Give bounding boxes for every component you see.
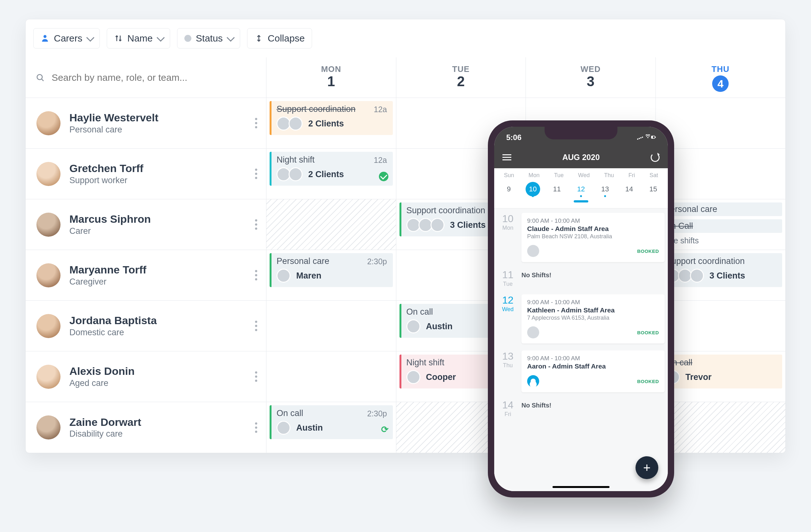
shift-card[interactable]: Night shift 12a 2 Clients	[270, 152, 393, 186]
day-cell[interactable]: Night shift 12a 2 Clients	[266, 149, 396, 199]
shift-body-label: Austin	[426, 322, 453, 331]
more-menu-icon[interactable]	[255, 422, 257, 433]
person-cell[interactable]: Zaine Dorwart Disability care	[26, 402, 266, 453]
refresh-icon[interactable]	[651, 153, 660, 162]
person-cell[interactable]: Jordana Baptista Domestic care	[26, 301, 266, 351]
collapse-button[interactable]: Collapse	[247, 28, 312, 48]
day-cell[interactable]	[266, 199, 396, 250]
avatar	[36, 314, 61, 338]
phone-day-button[interactable]: 14	[622, 182, 637, 196]
shift-title: On call	[666, 358, 777, 367]
filter-carers-label: Carers	[54, 33, 82, 44]
person-cell[interactable]: Gretchen Torff Support worker	[26, 149, 266, 199]
phone-shift-card[interactable]: 9:00 AM - 10:00 AM Claude - Admin Staff …	[521, 213, 664, 262]
shift-card[interactable]: On call 2:30p Austin ⟳	[270, 405, 393, 439]
avatar	[527, 326, 539, 338]
phone-shift-time: 9:00 AM - 10:00 AM	[527, 217, 659, 224]
more-menu-icon[interactable]	[255, 219, 257, 230]
svg-point-4	[640, 137, 642, 138]
filter-status-button[interactable]: Status	[177, 28, 240, 48]
day-cell[interactable]: Support coordination 12a 2 Clients	[266, 98, 396, 149]
more-menu-icon[interactable]	[255, 371, 257, 382]
phone-app-title: AUG 2020	[562, 153, 600, 162]
phone-day-button[interactable]: 13	[598, 182, 612, 196]
chevron-down-icon	[227, 34, 235, 42]
recurring-icon: ⟳	[381, 424, 388, 435]
shift-card[interactable]: Personal care	[659, 202, 782, 216]
phone-day-section: 11TueNo Shifts!	[498, 269, 664, 287]
more-menu-icon[interactable]	[255, 169, 257, 179]
day-cell[interactable]: Personal careOn Callmore shifts	[656, 199, 786, 250]
person-cell[interactable]: Maryanne Torff Caregiver	[26, 250, 266, 301]
avatar	[36, 365, 61, 389]
client-avatar	[430, 218, 444, 232]
avatar	[36, 162, 61, 186]
client-avatar	[690, 269, 704, 283]
phone-day-label: 13Thu	[498, 350, 518, 392]
avatar	[527, 245, 539, 257]
search-input[interactable]	[51, 72, 256, 83]
shift-card[interactable]: Support coordination 12a 2 Clients	[270, 101, 393, 135]
avatar	[36, 263, 61, 287]
phone-day-button[interactable]: 12	[574, 182, 588, 196]
more-menu-icon[interactable]	[255, 321, 257, 331]
shift-time: 2:30p	[367, 409, 387, 418]
shift-time: 2:30p	[367, 257, 387, 266]
shift-card[interactable]: Support coordination 3 Clients	[659, 253, 782, 287]
phone-battery-icon	[637, 133, 656, 142]
phone-week-strip: SunMonTueWedThuFriSat 9101112131415	[494, 168, 668, 209]
phone-day-section: 13Thu 9:00 AM - 10:00 AM Aaron - Admin S…	[498, 350, 664, 392]
phone-day-button[interactable]: 11	[550, 182, 564, 196]
phone-shift-card[interactable]: 9:00 AM - 10:00 AM Kathleen - Admin Staf…	[521, 294, 664, 344]
day-cell[interactable]	[656, 402, 786, 453]
day-cell[interactable]	[266, 351, 396, 402]
shift-card[interactable]: more shifts	[659, 236, 782, 245]
day-header-thu[interactable]: THU4	[656, 57, 786, 98]
person-role: Personal care	[70, 125, 158, 135]
phone-day-button[interactable]: 10	[525, 182, 540, 196]
day-header-tue[interactable]: TUE2	[396, 57, 526, 98]
day-cell[interactable]: Personal care 2:30p Maren	[266, 250, 396, 301]
avatar	[36, 415, 61, 440]
more-menu-icon[interactable]	[255, 270, 257, 280]
more-menu-icon[interactable]	[255, 118, 257, 128]
phone-day-button[interactable]: 15	[646, 182, 660, 196]
shift-title: Support coordination	[666, 256, 777, 266]
person-name: Alexis Donin	[70, 365, 135, 377]
day-cell[interactable]: On call Trevor	[656, 351, 786, 402]
day-cell[interactable]	[266, 301, 396, 351]
phone-shift-address: 7 Applecross WA 6153, Australia	[527, 315, 659, 321]
shift-card[interactable]: On call Trevor	[659, 354, 782, 389]
menu-icon[interactable]	[502, 154, 511, 160]
person-cell[interactable]: Alexis Donin Aged care	[26, 351, 266, 402]
no-shifts-label: No Shifts!	[521, 399, 664, 417]
shift-card[interactable]: On Call	[659, 219, 782, 233]
phone-shift-card[interactable]: 9:00 AM - 10:00 AM Aaron - Admin Staff A…	[521, 350, 664, 392]
phone-day-label: 12Wed	[498, 294, 518, 344]
person-cell[interactable]: Marcus Siphron Carer	[26, 199, 266, 250]
phone-day-label: 11Tue	[498, 269, 518, 287]
day-cell[interactable]	[656, 98, 786, 149]
svg-point-5	[642, 137, 643, 138]
day-cell[interactable]: Support coordination 3 Clients	[656, 250, 786, 301]
client-avatar	[289, 167, 303, 181]
sort-name-button[interactable]: Name	[107, 28, 170, 48]
day-cell[interactable]	[656, 149, 786, 199]
phone-weekday-label: Wed	[578, 172, 590, 179]
day-header-mon[interactable]: MON1	[266, 57, 396, 98]
shift-body-label: 2 Clients	[308, 119, 344, 128]
collapse-icon	[255, 34, 263, 43]
search-cell	[26, 57, 266, 98]
day-header-wed[interactable]: WED3	[526, 57, 656, 98]
phone-day-button[interactable]: 9	[502, 182, 516, 196]
phone-day-section: 10Mon 9:00 AM - 10:00 AM Claude - Admin …	[498, 213, 664, 262]
shift-card[interactable]: Personal care 2:30p Maren	[270, 253, 393, 287]
collapse-label: Collapse	[268, 33, 305, 44]
day-cell[interactable]: On call 2:30p Austin ⟳	[266, 402, 396, 453]
filter-carers-button[interactable]: Carers	[33, 28, 100, 48]
person-cell[interactable]: Haylie Westervelt Personal care	[26, 98, 266, 149]
phone-schedule-list[interactable]: 10Mon 9:00 AM - 10:00 AM Claude - Admin …	[494, 209, 668, 472]
phone-shift-address: Palm Beach NSW 2108, Australia	[527, 233, 659, 240]
phone-weekday-label: Sat	[649, 172, 658, 179]
day-cell[interactable]	[656, 301, 786, 351]
